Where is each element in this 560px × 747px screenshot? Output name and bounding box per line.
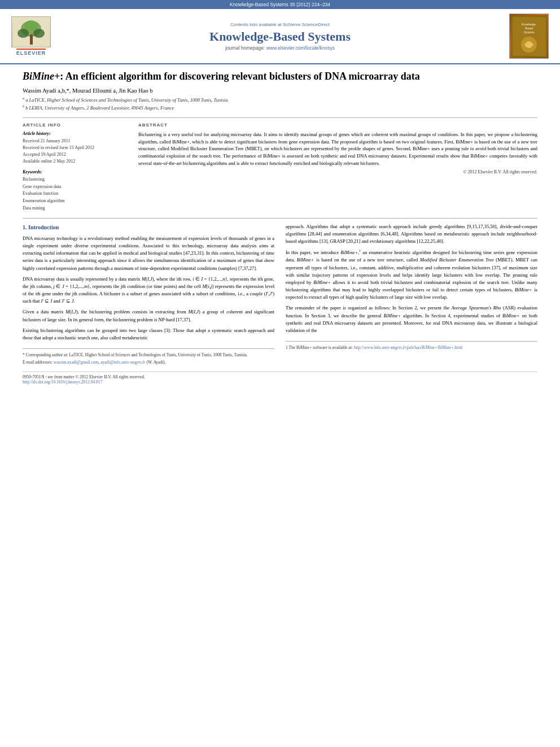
- footnote-url[interactable]: http://www.info.univ-angers.fr/pub/hao/B…: [354, 345, 462, 350]
- abstract-section: ABSTRACT Biclustering is a very useful t…: [138, 123, 537, 212]
- footnote-section: * Corresponding author at: LaTICE, Highe…: [23, 348, 274, 366]
- keywords-list: Biclustering Gene expression data Evalua…: [23, 176, 127, 212]
- svg-text:Systems: Systems: [523, 30, 535, 34]
- article-info-panel: ARTICLE INFO Article history: Received 2…: [23, 123, 127, 212]
- svg-point-2: [18, 29, 29, 38]
- body-para-2: DNA microarray data is usually represent…: [23, 276, 274, 305]
- footer-identifiers: 0950-7051/$ - see front matter © 2012 El…: [23, 372, 537, 385]
- journal-homepage: journal homepage: www.elsevier.com/locat…: [51, 45, 509, 51]
- journal-name: Knowledge-Based Systems: [51, 29, 509, 44]
- logo-banner: ELSEVIER Contents lists available at Sci…: [0, 9, 560, 64]
- body-para-4: Existing biclustering algorithms can be …: [23, 327, 274, 342]
- keywords-section: Keywords: Biclustering Gene expression d…: [23, 169, 127, 212]
- keyword-1: Biclustering: [23, 176, 127, 184]
- accepted-date: Accepted 19 April 2012: [23, 151, 127, 158]
- homepage-url[interactable]: www.elsevier.com/locate/knosys: [266, 45, 335, 51]
- body-col-left: 1. Introduction DNA microarray technolog…: [23, 223, 274, 366]
- journal-title-center: Contents lists available at SciVerse Sci…: [51, 22, 509, 51]
- received-revised-date: Received in revised form 15 April 2012: [23, 145, 127, 151]
- info-abstract-row: ARTICLE INFO Article history: Received 2…: [23, 123, 537, 212]
- footnote-1: 1 The BiMine+ software is available at: …: [286, 344, 537, 351]
- title-rest: : An efficient algorithm for discovering…: [60, 71, 419, 82]
- svg-point-3: [33, 29, 45, 38]
- title-italic-part: BiMine+: [23, 71, 60, 82]
- divider-1: [23, 117, 537, 118]
- affiliation-b: b b LERIA, University of Angers, 2 Boule…: [23, 104, 537, 112]
- email-note: E-mail addresses: wassim.ayadi@gmail.com…: [23, 359, 274, 365]
- keyword-4: Enumeration algorithm: [23, 198, 127, 205]
- body-col-right: approach. Algorithms that adopt a system…: [286, 223, 537, 366]
- svg-text:Knowledge-: Knowledge-: [521, 23, 536, 26]
- article-info-heading: ARTICLE INFO: [23, 123, 127, 128]
- body-para-r3: The remainder of the paper is organized …: [286, 304, 537, 334]
- journal-citation: Knowledge-Based Systems 35 (2012) 224–23…: [230, 2, 330, 7]
- keyword-2: Gene expression data: [23, 184, 127, 191]
- email-2[interactable]: ayadi@info.univ-angers.fr: [100, 360, 145, 365]
- page-wrapper: Knowledge-Based Systems 35 (2012) 224–23…: [0, 0, 560, 390]
- body-para-r2: In this paper, we introduce BiMine+,1 an…: [286, 248, 537, 301]
- keyword-3: Evaluation function: [23, 190, 127, 198]
- cover-svg: Knowledge- Based Systems: [511, 15, 548, 58]
- body-para-r1: approach. Algorithms that adopt a system…: [286, 223, 537, 246]
- divider-2: [23, 218, 537, 219]
- journal-header-bar: Knowledge-Based Systems 35 (2012) 224–23…: [0, 0, 560, 9]
- keywords-label: Keywords:: [23, 169, 127, 174]
- svg-point-5: [24, 20, 38, 30]
- elsevier-wordmark: ELSEVIER: [16, 49, 46, 56]
- body-para-1: DNA microarray technology is a revolutio…: [23, 235, 274, 272]
- affiliations: a a LaTICE, Higher School of Sciences an…: [23, 96, 537, 111]
- corresponding-author-note: * Corresponding author at: LaTICE, Highe…: [23, 352, 274, 358]
- body-para-3: Given a data matrix M(I,J), the bicluste…: [23, 308, 274, 323]
- sciverse-link[interactable]: SciVerse ScienceDirect: [283, 22, 330, 27]
- svg-text:Based: Based: [524, 27, 532, 30]
- footer-doi: http://dx.doi.org/10.1016/j.knosys.2012.…: [23, 379, 537, 385]
- sciverse-line: Contents lists available at SciVerse Sci…: [51, 22, 509, 27]
- article-dates: Received 21 January 2011 Received in rev…: [23, 138, 127, 165]
- keyword-5: Data mining: [23, 205, 127, 212]
- copyright-line: © 2012 Elsevier B.V. All rights reserved…: [138, 169, 537, 174]
- abstract-text: Biclustering is a very useful tool for a…: [138, 131, 537, 167]
- article-history-label: Article history:: [23, 131, 127, 136]
- elsevier-svg: [13, 18, 50, 47]
- received-date: Received 21 January 2011: [23, 138, 127, 145]
- affiliation-a: a a LaTICE, Higher School of Sciences an…: [23, 96, 537, 104]
- elsevier-logo-box: ELSEVIER: [11, 16, 51, 56]
- footnote-section-right: 1 The BiMine+ software is available at: …: [286, 341, 537, 351]
- elsevier-icon: [11, 16, 51, 47]
- article-title: BiMine+: An efficient algorithm for disc…: [23, 70, 537, 83]
- authors-line: Wassim Ayadi a,b,*, Mourad Elloumi a, Ji…: [23, 88, 537, 94]
- email-1[interactable]: wassim.ayadi@gmail.com: [54, 360, 98, 365]
- footer-issn: 0950-7051/$ - see front matter © 2012 El…: [23, 374, 537, 379]
- article-content: BiMine+: An efficient algorithm for disc…: [0, 64, 560, 390]
- section-1-heading: 1. Introduction: [23, 223, 274, 231]
- abstract-heading: ABSTRACT: [138, 123, 537, 128]
- body-columns: 1. Introduction DNA microarray technolog…: [23, 223, 537, 366]
- available-online-date: Available online 2 May 2012: [23, 158, 127, 165]
- svg-rect-4: [30, 34, 33, 45]
- journal-cover-image: Knowledge- Based Systems: [509, 14, 549, 59]
